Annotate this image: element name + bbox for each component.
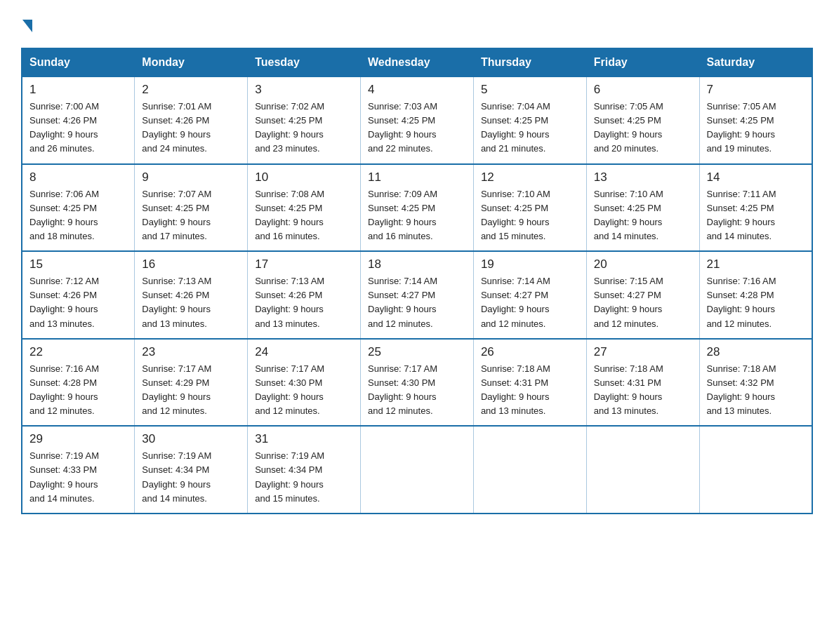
day-info: Sunrise: 7:01 AMSunset: 4:26 PMDaylight:… bbox=[142, 101, 211, 154]
day-info: Sunrise: 7:15 AMSunset: 4:27 PMDaylight:… bbox=[594, 276, 663, 328]
day-number: 30 bbox=[142, 432, 240, 446]
calendar-header-sunday: Sunday bbox=[22, 48, 135, 76]
calendar-day-cell: 26 Sunrise: 7:18 AMSunset: 4:31 PMDaylig… bbox=[473, 339, 586, 427]
calendar-day-cell: 12 Sunrise: 7:10 AMSunset: 4:25 PMDaylig… bbox=[473, 164, 586, 252]
day-info: Sunrise: 7:11 AMSunset: 4:25 PMDaylight:… bbox=[707, 189, 776, 241]
day-info: Sunrise: 7:04 AMSunset: 4:25 PMDaylight:… bbox=[481, 101, 550, 154]
day-number: 17 bbox=[255, 257, 353, 271]
calendar-day-cell: 24 Sunrise: 7:17 AMSunset: 4:30 PMDaylig… bbox=[248, 339, 361, 427]
calendar-day-cell: 30 Sunrise: 7:19 AMSunset: 4:34 PMDaylig… bbox=[135, 426, 248, 514]
day-info: Sunrise: 7:18 AMSunset: 4:31 PMDaylight:… bbox=[481, 363, 550, 416]
day-info: Sunrise: 7:05 AMSunset: 4:25 PMDaylight:… bbox=[707, 101, 776, 154]
day-number: 1 bbox=[29, 83, 127, 97]
day-info: Sunrise: 7:19 AMSunset: 4:34 PMDaylight:… bbox=[142, 450, 211, 503]
calendar-table: SundayMondayTuesdayWednesdayThursdayFrid… bbox=[21, 48, 813, 514]
day-info: Sunrise: 7:03 AMSunset: 4:25 PMDaylight:… bbox=[368, 101, 437, 154]
day-number: 4 bbox=[368, 83, 466, 97]
calendar-day-cell bbox=[473, 426, 586, 514]
day-info: Sunrise: 7:18 AMSunset: 4:32 PMDaylight:… bbox=[707, 363, 776, 416]
day-number: 6 bbox=[594, 83, 692, 97]
day-number: 8 bbox=[29, 170, 127, 185]
calendar-day-cell: 29 Sunrise: 7:19 AMSunset: 4:33 PMDaylig… bbox=[22, 426, 135, 514]
day-info: Sunrise: 7:17 AMSunset: 4:29 PMDaylight:… bbox=[142, 363, 211, 416]
day-number: 19 bbox=[481, 257, 579, 271]
calendar-week-row: 1 Sunrise: 7:00 AMSunset: 4:26 PMDayligh… bbox=[22, 76, 812, 164]
day-info: Sunrise: 7:02 AMSunset: 4:25 PMDaylight:… bbox=[255, 101, 324, 154]
day-number: 22 bbox=[29, 345, 127, 359]
calendar-header-thursday: Thursday bbox=[473, 48, 586, 76]
day-info: Sunrise: 7:12 AMSunset: 4:26 PMDaylight:… bbox=[29, 276, 99, 328]
day-number: 21 bbox=[707, 257, 805, 271]
day-number: 13 bbox=[594, 170, 692, 185]
calendar-day-cell: 20 Sunrise: 7:15 AMSunset: 4:27 PMDaylig… bbox=[586, 251, 699, 339]
day-info: Sunrise: 7:16 AMSunset: 4:28 PMDaylight:… bbox=[707, 276, 776, 328]
calendar-day-cell: 7 Sunrise: 7:05 AMSunset: 4:25 PMDayligh… bbox=[699, 76, 812, 164]
day-info: Sunrise: 7:09 AMSunset: 4:25 PMDaylight:… bbox=[368, 189, 437, 241]
calendar-day-cell: 3 Sunrise: 7:02 AMSunset: 4:25 PMDayligh… bbox=[248, 76, 361, 164]
calendar-header-wednesday: Wednesday bbox=[361, 48, 474, 76]
calendar-day-cell: 6 Sunrise: 7:05 AMSunset: 4:25 PMDayligh… bbox=[586, 76, 699, 164]
page-header bbox=[21, 14, 813, 35]
logo-text bbox=[21, 20, 32, 34]
day-number: 28 bbox=[707, 345, 805, 359]
day-info: Sunrise: 7:08 AMSunset: 4:25 PMDaylight:… bbox=[255, 189, 324, 241]
day-number: 10 bbox=[255, 170, 353, 185]
day-number: 31 bbox=[255, 432, 353, 446]
calendar-day-cell: 18 Sunrise: 7:14 AMSunset: 4:27 PMDaylig… bbox=[361, 251, 474, 339]
calendar-day-cell: 16 Sunrise: 7:13 AMSunset: 4:26 PMDaylig… bbox=[135, 251, 248, 339]
day-info: Sunrise: 7:07 AMSunset: 4:25 PMDaylight:… bbox=[142, 189, 211, 241]
calendar-day-cell: 2 Sunrise: 7:01 AMSunset: 4:26 PMDayligh… bbox=[135, 76, 248, 164]
calendar-day-cell: 13 Sunrise: 7:10 AMSunset: 4:25 PMDaylig… bbox=[586, 164, 699, 252]
day-number: 9 bbox=[142, 170, 240, 185]
day-info: Sunrise: 7:13 AMSunset: 4:26 PMDaylight:… bbox=[255, 276, 324, 328]
day-info: Sunrise: 7:06 AMSunset: 4:25 PMDaylight:… bbox=[29, 189, 99, 241]
day-number: 3 bbox=[255, 83, 353, 97]
day-number: 29 bbox=[29, 432, 127, 446]
calendar-day-cell: 28 Sunrise: 7:18 AMSunset: 4:32 PMDaylig… bbox=[699, 339, 812, 427]
calendar-week-row: 15 Sunrise: 7:12 AMSunset: 4:26 PMDaylig… bbox=[22, 251, 812, 339]
day-info: Sunrise: 7:17 AMSunset: 4:30 PMDaylight:… bbox=[255, 363, 324, 416]
calendar-header-monday: Monday bbox=[135, 48, 248, 76]
calendar-day-cell: 11 Sunrise: 7:09 AMSunset: 4:25 PMDaylig… bbox=[361, 164, 474, 252]
day-info: Sunrise: 7:14 AMSunset: 4:27 PMDaylight:… bbox=[368, 276, 437, 328]
day-number: 20 bbox=[594, 257, 692, 271]
day-number: 14 bbox=[707, 170, 805, 185]
day-number: 23 bbox=[142, 345, 240, 359]
day-info: Sunrise: 7:00 AMSunset: 4:26 PMDaylight:… bbox=[29, 101, 99, 154]
calendar-day-cell: 25 Sunrise: 7:17 AMSunset: 4:30 PMDaylig… bbox=[361, 339, 474, 427]
day-info: Sunrise: 7:19 AMSunset: 4:34 PMDaylight:… bbox=[255, 450, 324, 503]
day-number: 12 bbox=[481, 170, 579, 185]
calendar-day-cell: 14 Sunrise: 7:11 AMSunset: 4:25 PMDaylig… bbox=[699, 164, 812, 252]
day-info: Sunrise: 7:17 AMSunset: 4:30 PMDaylight:… bbox=[368, 363, 437, 416]
day-info: Sunrise: 7:16 AMSunset: 4:28 PMDaylight:… bbox=[29, 363, 99, 416]
calendar-day-cell bbox=[361, 426, 474, 514]
calendar-day-cell: 9 Sunrise: 7:07 AMSunset: 4:25 PMDayligh… bbox=[135, 164, 248, 252]
calendar-day-cell: 17 Sunrise: 7:13 AMSunset: 4:26 PMDaylig… bbox=[248, 251, 361, 339]
logo-arrow-icon bbox=[22, 20, 32, 32]
day-info: Sunrise: 7:05 AMSunset: 4:25 PMDaylight:… bbox=[594, 101, 663, 154]
calendar-header-row: SundayMondayTuesdayWednesdayThursdayFrid… bbox=[22, 48, 812, 76]
calendar-day-cell: 23 Sunrise: 7:17 AMSunset: 4:29 PMDaylig… bbox=[135, 339, 248, 427]
calendar-day-cell bbox=[699, 426, 812, 514]
calendar-day-cell: 1 Sunrise: 7:00 AMSunset: 4:26 PMDayligh… bbox=[22, 76, 135, 164]
calendar-day-cell: 15 Sunrise: 7:12 AMSunset: 4:26 PMDaylig… bbox=[22, 251, 135, 339]
calendar-week-row: 22 Sunrise: 7:16 AMSunset: 4:28 PMDaylig… bbox=[22, 339, 812, 427]
day-number: 11 bbox=[368, 170, 466, 185]
calendar-week-row: 8 Sunrise: 7:06 AMSunset: 4:25 PMDayligh… bbox=[22, 164, 812, 252]
calendar-day-cell: 10 Sunrise: 7:08 AMSunset: 4:25 PMDaylig… bbox=[248, 164, 361, 252]
calendar-header-friday: Friday bbox=[586, 48, 699, 76]
calendar-day-cell: 21 Sunrise: 7:16 AMSunset: 4:28 PMDaylig… bbox=[699, 251, 812, 339]
day-number: 24 bbox=[255, 345, 353, 359]
calendar-header-saturday: Saturday bbox=[699, 48, 812, 76]
day-number: 2 bbox=[142, 83, 240, 97]
calendar-week-row: 29 Sunrise: 7:19 AMSunset: 4:33 PMDaylig… bbox=[22, 426, 812, 514]
day-number: 16 bbox=[142, 257, 240, 271]
day-number: 15 bbox=[29, 257, 127, 271]
day-info: Sunrise: 7:13 AMSunset: 4:26 PMDaylight:… bbox=[142, 276, 211, 328]
calendar-day-cell: 22 Sunrise: 7:16 AMSunset: 4:28 PMDaylig… bbox=[22, 339, 135, 427]
day-number: 5 bbox=[481, 83, 579, 97]
calendar-day-cell: 8 Sunrise: 7:06 AMSunset: 4:25 PMDayligh… bbox=[22, 164, 135, 252]
day-info: Sunrise: 7:14 AMSunset: 4:27 PMDaylight:… bbox=[481, 276, 550, 328]
calendar-day-cell bbox=[586, 426, 699, 514]
calendar-day-cell: 27 Sunrise: 7:18 AMSunset: 4:31 PMDaylig… bbox=[586, 339, 699, 427]
